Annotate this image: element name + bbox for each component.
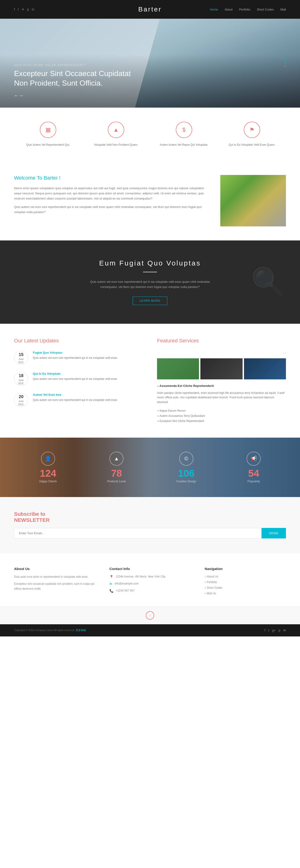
pinterest-icon[interactable]: p [27,7,29,11]
stat-products: ▲ 78 Products Level [107,452,126,483]
phone-icon: 📞 [109,589,113,593]
footer-facebook-icon[interactable]: f [264,628,265,632]
about-text: Welcome To Barter ! Nemo enim ipsam volu… [14,175,206,218]
features-section: ▦ Quis Autem Vel Reprehenderit Qui. ▲ Vo… [0,107,300,161]
update-item-3: 20 June 2016. Autem Vel Eum Iure Quis au… [14,393,143,407]
service-featured-heading: Assumenda Est Cliche Reprehenderit [157,384,286,388]
learn-more-button[interactable]: LEARN MORE [133,297,167,305]
footer-mail-icon[interactable]: ✉ [283,628,286,632]
update-title-3[interactable]: Autem Vel Eum Iure [33,393,118,397]
footer-pinterest-icon[interactable]: p [278,628,280,632]
linkedin-icon[interactable]: in [32,7,34,11]
newsletter-email-input[interactable] [14,528,262,538]
feature-1-text: Quis Autem Vel Reprehenderit Qui. [19,143,77,147]
stat-clients-number: 124 [39,468,57,478]
service-list-item-2: Autem Accusamus Terry Quibusdam [157,413,286,418]
hero-section: QUIS AUTE IRURE DOLOR REPREHENDERIT Exce… [0,19,300,107]
twitter-icon[interactable]: t [18,7,19,11]
about-section: Welcome To Barter ! Nemo enim ipsam volu… [0,161,300,241]
newsletter-form: SEND [14,528,286,538]
hero-label: QUIS AUTE IRURE DOLOR REPREHENDERIT [14,64,286,66]
footer-contact-title: Contact Info [109,567,191,571]
service-list-item-1: Itaque Earum Rerum [157,408,286,413]
feature-3: $ Autem Autem Vel Repre Qui Voluptate. [150,122,218,147]
footer-contact-col: Contact Info 📍 1234k Avenue, 4th block, … [109,567,191,597]
footer-nav-mail[interactable]: Mail Us [204,591,286,595]
update-title-2[interactable]: Qui In Ea Voluptate [33,372,118,375]
update-text-1: Quis autem vel eum iure reprehenderit qu… [33,356,118,360]
footer-about-text-2: Excepteur sint occaecat cupidatat non pr… [14,582,96,591]
update-content-3: Autem Vel Eum Iure Quis autem vel eum iu… [33,393,118,402]
facebook-icon[interactable]: f [14,7,15,11]
nav-shortcodes[interactable]: Short Codes [257,8,274,11]
feature-1-icon: ▦ [40,122,56,138]
stat-design-icon: © [179,452,193,466]
update-content-1: Fugiat Quo Voluptas Quis autem vel eum i… [33,351,118,360]
footer-google-icon[interactable]: g+ [272,628,276,632]
footer-nav-title: Navigation [204,567,286,571]
newsletter-send-button[interactable]: SEND [262,528,286,538]
scroll-up-button[interactable]: ↑ [146,611,154,620]
nav-mail[interactable]: Mail [280,8,286,11]
address-icon: 📍 [109,575,113,579]
feature-4-text: Qui In Ea Voluptate Velit Esse Quam. [223,143,281,147]
update-title-1[interactable]: Fugiat Quo Voluptas [33,351,118,354]
update-date-3: 20 June 2016. [14,393,28,407]
footer-copy-link[interactable]: 更多模板 [76,629,86,631]
stat-popularity-icon: 📢 [247,452,261,466]
nav-links: Home About Portfolio Short Codes Mail [210,8,286,11]
service-list-item-3: Excepturi Sint Cliche Reprehenderit [157,418,286,424]
feature-4: ⚑ Qui In Ea Voluptate Velit Esse Quam. [218,122,286,147]
footer-nav-about[interactable]: About Us [204,575,286,578]
stat-design-number: 106 [176,468,196,478]
newsletter-title: Subscribe to NEWSLETTER [14,511,286,523]
footer-top: About Us Duis aute irure dolor in repreh… [0,553,300,606]
footer-nav-list: About Us Portfolio Short Codes Mail Us [204,575,286,595]
service-list: Itaque Earum Rerum Autem Accusamus Terry… [157,408,286,424]
stat-clients: 👤 124 Happy Clients [39,452,57,483]
footer-about-title: About Us [14,567,96,571]
service-thumb-3[interactable] [244,358,286,379]
footer-scroll: ↑ [0,606,300,624]
nav-home[interactable]: Home [210,8,218,11]
updates-title: Our Latest Updates [14,338,143,344]
services-title: Featured Services [157,338,286,344]
update-text-2: Quis autem vel eum iure reprehenderit qu… [33,377,118,381]
email-icon: ✉ [109,582,112,586]
footer-phone-text: +1234 567 567 [116,588,135,593]
footer-address-text: 1234k Avenue, 4th block, New York City. [116,575,166,579]
stat-clients-icon: 👤 [41,452,55,466]
stat-popularity-label: Popularity [247,480,261,483]
updates-services-section: Our Latest Updates 15 June 2016. Fugiat … [0,324,300,438]
footer-bottom: Copyright © 2016 Company name All rights… [0,624,300,637]
footer-contact-phone: 📞 +1234 567 567 [109,588,191,593]
nav-portfolio[interactable]: Portfolio [239,8,250,11]
nav-about[interactable]: About [224,8,233,11]
feature-1: ▦ Quis Autem Vel Reprehenderit Qui. [14,122,82,147]
stats-section: 👤 124 Happy Clients ▲ 78 Products Level … [0,438,300,497]
hero-overlay: QUIS AUTE IRURE DOLOR REPREHENDERIT Exce… [0,54,300,107]
newsletter-section: Subscribe to NEWSLETTER SEND [0,497,300,553]
services-nav[interactable]: ‹ › [157,351,286,354]
quote-bg-icon: 🔍 [251,266,286,299]
updates-column: Our Latest Updates 15 June 2016. Fugiat … [14,338,143,424]
about-title: Welcome To Barter ! [14,175,206,181]
service-thumb-1[interactable] [157,358,199,379]
feature-2-icon: ▲ [108,122,124,138]
update-item-2: 18 June 2016. Qui In Ea Voluptate Quis a… [14,372,143,386]
quote-text: Quis autem vel eum iure reprehenderit qu… [89,279,211,289]
footer-nav-portfolio[interactable]: Portfolio [204,580,286,584]
footer-twitter-icon[interactable]: t [268,628,269,632]
x-icon[interactable]: ✕ [22,7,24,11]
footer-contact-email: ✉ info@example.com [109,582,191,586]
update-date-2: 18 June 2016. [14,372,28,386]
hero-arrows[interactable]: ←→ [14,93,286,98]
update-date-1: 15 June 2016. [14,351,28,365]
about-paragraph-1: Nemo enim ipsam voluptatem quia voluptas… [14,186,206,201]
footer-email-text[interactable]: info@example.com [115,582,139,586]
stat-popularity-number: 54 [247,468,261,478]
footer-nav-shortcodes[interactable]: Short Codes [204,586,286,589]
nav-social: f t ✕ p in [14,7,34,11]
stat-design-label: Creative Design [176,480,196,483]
service-thumb-2[interactable] [200,358,242,379]
